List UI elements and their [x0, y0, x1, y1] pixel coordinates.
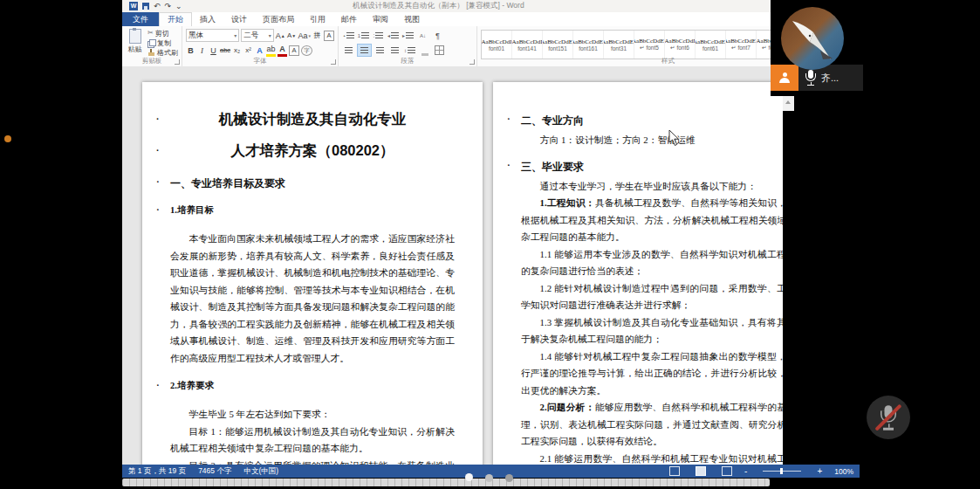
zoom-level[interactable]: 100%: [834, 467, 853, 476]
clipboard-small-buttons: ✂ 剪切 复制 格式刷: [147, 29, 178, 57]
participant-button[interactable]: [771, 65, 798, 91]
shrink-font-button[interactable]: A▼: [287, 30, 297, 41]
paragraph: 1.工程知识：具备机械工程及数学、自然科学等相关知识，并能根据机械工程及其相关知…: [521, 195, 805, 246]
ribbon-tab[interactable]: 引用: [302, 12, 333, 26]
paragraph: 学生毕业 5 年左右达到如下要求：: [170, 406, 455, 424]
increase-indent-button[interactable]: ▸: [401, 30, 415, 41]
copy-button[interactable]: 复制: [147, 38, 178, 47]
text-effects-button[interactable]: A: [255, 45, 264, 56]
paragraph: 三、毕业要求: [521, 160, 805, 175]
style-item[interactable]: AaBbCcDdEe font61: [696, 31, 726, 59]
participant-avatar[interactable]: [781, 7, 844, 70]
underline-button[interactable]: U: [209, 45, 218, 56]
justify-button[interactable]: [388, 45, 401, 56]
zoom-out-button[interactable]: -: [744, 467, 747, 476]
ribbon-tab[interactable]: 开始: [159, 12, 192, 26]
paragraph: 1.3 掌握机械设计制造及其自动化专业基础知识，具有将其应用于解决复杂机械工程问…: [521, 314, 805, 348]
decrease-indent-button[interactable]: ◂: [387, 30, 400, 41]
web-layout-button[interactable]: [722, 466, 732, 476]
page-1[interactable]: 机械设计制造及其自动化专业 人才培养方案（080202） 一、专业培养目标及要求…: [142, 82, 483, 465]
ribbon-tab[interactable]: 视图: [396, 12, 428, 26]
toolbar-dot[interactable]: [465, 473, 473, 481]
font-size-value: 二号: [243, 31, 258, 41]
style-item[interactable]: AaBbCcDdEe ↵ font7: [726, 31, 757, 59]
paragraph-dialog-launcher-icon[interactable]: [469, 59, 475, 65]
style-item[interactable]: AaBbCcDdI font141: [512, 31, 543, 59]
undo-icon[interactable]: ↶: [154, 2, 161, 10]
print-layout-button[interactable]: [696, 466, 706, 476]
font-dialog-launcher-icon[interactable]: [331, 59, 336, 65]
numbering-button[interactable]: 1: [357, 30, 370, 41]
ribbon-tab[interactable]: 设计: [223, 12, 255, 26]
character-shading-button[interactable]: A: [289, 45, 299, 56]
style-item[interactable]: AaBbCcDdI ↵ font6: [665, 31, 696, 59]
ribbon-tab[interactable]: 页面布局: [255, 12, 302, 26]
language-indicator[interactable]: 中文(中国): [243, 466, 278, 477]
align-right-button[interactable]: [373, 45, 387, 56]
floating-toolbar-strip[interactable]: [122, 479, 770, 486]
font-name-combo[interactable]: 黑体 ▾: [186, 29, 239, 42]
toolbar-dot[interactable]: [485, 474, 493, 482]
sort-button[interactable]: A↓: [416, 30, 429, 41]
zoom-slider[interactable]: [763, 471, 801, 472]
scissors-icon: ✂: [147, 30, 154, 37]
bullets-button[interactable]: •: [342, 30, 355, 41]
read-mode-button[interactable]: [669, 466, 680, 476]
grow-font-button[interactable]: A▲: [276, 30, 285, 41]
character-border-button[interactable]: A: [324, 31, 334, 41]
shading-button[interactable]: [418, 45, 431, 56]
toolbar-dot[interactable]: [505, 474, 513, 482]
bold-button[interactable]: B: [186, 45, 195, 56]
format-painter-button[interactable]: 格式刷: [147, 48, 178, 57]
italic-button[interactable]: I: [197, 45, 207, 56]
paragraph: 2.问题分析：能够应用数学、自然科学和机械工程科学的基本原理，识别、表达机械工程…: [521, 399, 805, 451]
phonetic-guide-button[interactable]: 拼: [312, 30, 322, 41]
ribbon-tab[interactable]: 邮件: [333, 12, 365, 26]
change-case-button[interactable]: Aa▾: [298, 30, 311, 41]
format-painter-icon: [147, 49, 155, 57]
align-center-button[interactable]: [357, 44, 372, 57]
strikethrough-button[interactable]: abc: [220, 45, 230, 56]
zoom-in-button[interactable]: +: [817, 467, 822, 476]
paragraph-text: 三、毕业要求: [521, 161, 584, 173]
subscript-button[interactable]: x₂: [232, 45, 242, 56]
show-marks-button[interactable]: ¶: [431, 30, 444, 41]
paragraph: 人才培养方案（080202）: [170, 134, 455, 166]
paragraph: 本专业面向国家未来机械领域工程人才的需求，适应国家经济社会发展的新形势，培养具有…: [170, 231, 455, 367]
paragraph: 二、专业方向: [521, 114, 805, 128]
font-color-button[interactable]: A: [278, 45, 287, 57]
borders-button[interactable]: [433, 45, 446, 56]
cut-button[interactable]: ✂ 剪切: [147, 29, 178, 38]
style-item[interactable]: AaBbCcDdI font01: [482, 31, 512, 59]
zoom-slider-thumb[interactable]: [780, 468, 783, 474]
qat-customize-icon[interactable]: ⌄: [175, 2, 182, 10]
style-preview: AaBbCcDdI: [482, 38, 512, 45]
highlight-color-button[interactable]: ab: [266, 45, 276, 57]
paragraph: 机械设计制造及其自动化专业: [170, 103, 455, 134]
scrollbar-stub[interactable]: [783, 96, 794, 111]
style-item[interactable]: AaBbCcDdEe ↵ font5: [634, 31, 665, 59]
tab-file[interactable]: 文件: [122, 12, 159, 26]
paste-button[interactable]: 粘贴: [126, 29, 144, 57]
superscript-button[interactable]: x²: [243, 45, 253, 56]
ribbon-tab[interactable]: 审阅: [365, 12, 396, 26]
document-area[interactable]: 机械设计制造及其自动化专业 人才培养方案（080202） 一、专业培养目标及要求…: [122, 66, 860, 465]
clipboard-group-label: 剪贴板: [122, 57, 182, 65]
style-item[interactable]: AaBbCcDdEe font31: [604, 31, 634, 59]
page-indicator[interactable]: 第 1 页，共 19 页: [128, 466, 186, 477]
enclose-characters-button[interactable]: 字: [301, 45, 312, 56]
paragraph-text: 1.3 掌握机械设计制造及其自动化专业基础知识，具有将其应用于解决复杂机械工程问…: [521, 317, 805, 345]
align-left-button[interactable]: [342, 45, 355, 56]
redo-icon[interactable]: ↷: [165, 2, 172, 10]
clipboard-dialog-launcher-icon[interactable]: [175, 59, 180, 65]
style-item[interactable]: AaBbCcDdEe font161: [573, 31, 604, 59]
ribbon-tab[interactable]: 插入: [192, 12, 223, 26]
style-item[interactable]: AaBbCcDdEe font151: [543, 31, 573, 59]
mute-indicator[interactable]: [867, 396, 910, 439]
line-spacing-button[interactable]: ↕: [403, 45, 416, 56]
save-icon[interactable]: [142, 3, 149, 10]
multilevel-list-button[interactable]: ⁚: [372, 30, 385, 41]
font-size-combo[interactable]: 二号 ▾: [241, 29, 274, 42]
multilevel-icon: [375, 32, 383, 39]
word-count[interactable]: 7465 个字: [198, 466, 231, 477]
